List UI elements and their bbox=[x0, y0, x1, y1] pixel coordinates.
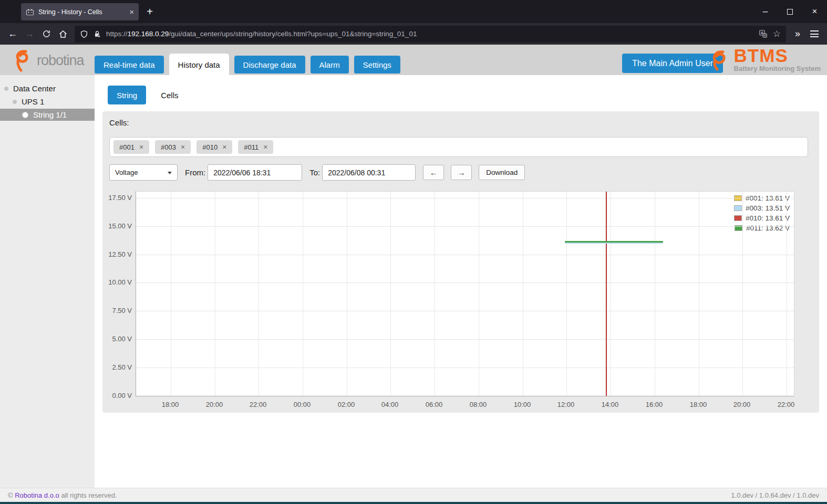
metric-select-value: Voltage bbox=[115, 169, 138, 176]
connection-lock-icon[interactable] bbox=[93, 30, 101, 38]
home-button[interactable] bbox=[55, 26, 71, 42]
x-tick-label: 20:00 bbox=[733, 401, 751, 408]
gridline-horizontal bbox=[136, 226, 794, 227]
url-bar-icons: A ☆ bbox=[759, 28, 781, 39]
sidebar-item-ups-1[interactable]: UPS 1 bbox=[0, 95, 95, 108]
chart-x-axis-labels: 18:0020:0022:0000:0002:0004:0006:0008:00… bbox=[136, 401, 794, 410]
copyright-symbol: © bbox=[8, 491, 13, 499]
sidebar-tree: Data CenterUPS 1String 1/1 bbox=[0, 75, 95, 488]
sub-tabs: StringCells bbox=[108, 86, 188, 104]
robotina-link[interactable]: Robotina d.o.o bbox=[15, 491, 59, 499]
window-bottom-edge bbox=[0, 502, 827, 504]
window-maximize-button[interactable] bbox=[778, 0, 802, 23]
gridline-vertical bbox=[655, 192, 655, 396]
nav-tab-settings[interactable]: Settings bbox=[354, 56, 400, 74]
gridline-horizontal bbox=[136, 339, 794, 340]
gridline-vertical bbox=[742, 192, 743, 396]
legend-label: #011: 13.62 V bbox=[746, 224, 790, 232]
prev-range-button[interactable]: ← bbox=[423, 165, 444, 180]
chip-label: #003 bbox=[161, 143, 176, 151]
cell-chip-011: #011× bbox=[238, 140, 273, 154]
legend-label: #010: 13.61 V bbox=[746, 214, 790, 222]
tree-bullet-icon bbox=[13, 100, 17, 104]
new-tab-button[interactable]: + bbox=[143, 5, 157, 18]
window-close-button[interactable]: × bbox=[802, 0, 827, 23]
next-range-button[interactable]: → bbox=[451, 165, 472, 180]
gridline-vertical bbox=[259, 192, 259, 396]
window-minimize-button[interactable]: – bbox=[753, 0, 778, 23]
url-bar[interactable]: https://192.168.0.29/gui/data_center/ups… bbox=[75, 26, 786, 43]
controls-row: Voltage From: To: ← → Download bbox=[109, 164, 525, 181]
gridline-vertical bbox=[390, 192, 391, 396]
to-label: To: bbox=[309, 168, 320, 177]
gridline-vertical bbox=[523, 192, 523, 396]
y-tick-label: 15.00 V bbox=[108, 222, 132, 230]
translate-icon[interactable]: A bbox=[759, 29, 768, 38]
nav-tab-discharge-data[interactable]: Discharge data bbox=[234, 56, 305, 74]
y-tick-label: 5.00 V bbox=[112, 335, 132, 343]
cell-chip-001: #001× bbox=[113, 140, 149, 154]
y-tick-label: 17.50 V bbox=[108, 194, 132, 202]
menu-button[interactable] bbox=[806, 26, 823, 42]
nav-tab-history-data[interactable]: History data bbox=[169, 54, 229, 76]
legend-label: #003: 13.51 V bbox=[746, 204, 790, 212]
from-label: From: bbox=[185, 168, 205, 177]
tab-cells[interactable]: Cells bbox=[152, 86, 187, 104]
btms-title: BTMS bbox=[734, 48, 788, 64]
x-tick-label: 18:00 bbox=[162, 401, 179, 408]
chart-cursor-line bbox=[606, 192, 607, 396]
gridline-vertical bbox=[566, 192, 567, 396]
x-tick-label: 00:00 bbox=[294, 401, 311, 408]
maximize-icon bbox=[787, 9, 793, 15]
nav-tab-alarm[interactable]: Alarm bbox=[311, 56, 349, 74]
chip-label: #010 bbox=[202, 143, 218, 151]
from-input[interactable] bbox=[208, 164, 302, 181]
back-button[interactable]: ← bbox=[4, 26, 21, 42]
chip-remove-icon[interactable]: × bbox=[222, 143, 226, 151]
series-line-003 bbox=[565, 243, 663, 244]
tab-string[interactable]: String bbox=[108, 86, 146, 104]
nav-tab-real-time-data[interactable]: Real-time data bbox=[95, 56, 164, 74]
robotina-swirl-icon bbox=[14, 48, 36, 72]
main-nav: Real-time dataHistory dataDischarge data… bbox=[95, 54, 400, 75]
gridline-vertical bbox=[479, 192, 479, 396]
metric-select[interactable]: Voltage bbox=[109, 164, 178, 181]
copyright-text: © Robotina d.o.o all rights reserved. bbox=[8, 491, 117, 499]
gridline-vertical bbox=[215, 192, 215, 396]
download-button[interactable]: Download bbox=[479, 165, 525, 180]
url-path: /gui/data_center/ups/string/history/cell… bbox=[169, 30, 417, 38]
reload-button[interactable] bbox=[38, 26, 55, 42]
legend-swatch bbox=[734, 215, 742, 221]
forward-button[interactable]: → bbox=[21, 26, 38, 42]
sidebar-item-label: UPS 1 bbox=[22, 97, 44, 106]
sidebar-item-string-1-1[interactable]: String 1/1 bbox=[0, 109, 95, 121]
gridline-horizontal bbox=[136, 368, 794, 368]
tab-close-icon[interactable]: × bbox=[129, 8, 134, 16]
gridline-vertical bbox=[611, 192, 611, 396]
x-tick-label: 14:00 bbox=[602, 401, 619, 408]
sidebar-item-label: String 1/1 bbox=[33, 110, 67, 119]
browser-tab[interactable]: String - History - Cells × bbox=[21, 3, 139, 20]
chip-remove-icon[interactable]: × bbox=[181, 143, 185, 151]
chip-remove-icon[interactable]: × bbox=[263, 143, 267, 151]
sidebar-item-data-center[interactable]: Data Center bbox=[0, 82, 95, 95]
y-tick-label: 7.50 V bbox=[112, 307, 132, 314]
url-host: 192.168.0.29 bbox=[128, 30, 169, 38]
cells-chip-input[interactable]: #001×#003×#010×#011× bbox=[109, 137, 808, 157]
to-input[interactable] bbox=[322, 164, 416, 181]
tracking-shield-icon[interactable] bbox=[80, 30, 88, 38]
chip-label: #011 bbox=[244, 143, 259, 151]
url-text[interactable]: https://192.168.0.29/gui/data_center/ups… bbox=[106, 30, 754, 38]
plot-area[interactable]: #001: 13.61 V#003: 13.51 V#010: 13.61 V#… bbox=[136, 191, 794, 396]
browser-tab-strip: String - History - Cells × + – × bbox=[0, 0, 827, 23]
gridline-horizontal bbox=[136, 311, 794, 311]
toolbar-overflow-button[interactable]: » bbox=[789, 26, 806, 42]
btms-swirl-icon bbox=[708, 48, 731, 71]
x-tick-label: 12:00 bbox=[557, 401, 575, 408]
tab-title: String - History - Cells bbox=[38, 8, 125, 16]
bookmark-star-icon[interactable]: ☆ bbox=[773, 28, 781, 39]
chip-remove-icon[interactable]: × bbox=[139, 143, 143, 151]
cells-label: Cells: bbox=[109, 118, 129, 127]
tree-bullet-icon bbox=[4, 87, 8, 91]
gridline-horizontal bbox=[136, 282, 794, 283]
